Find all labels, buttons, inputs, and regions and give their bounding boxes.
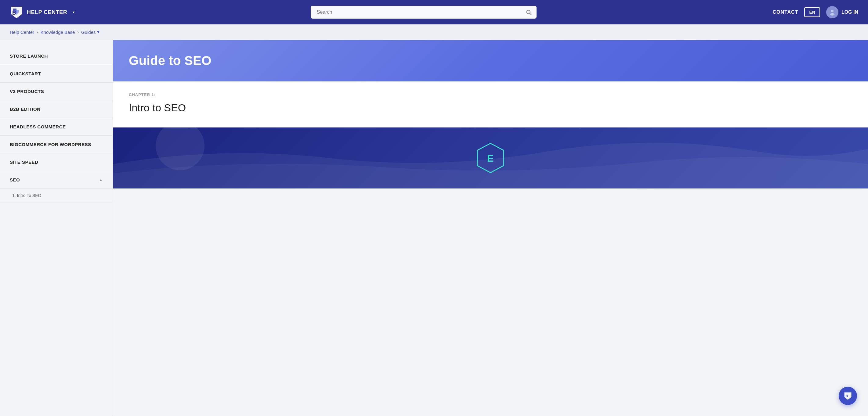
floating-action-button[interactable]: B	[839, 387, 857, 405]
breadcrumb-current[interactable]: Guides ▾	[81, 29, 99, 35]
guide-title: Guide to SEO	[129, 53, 852, 68]
sidebar-sub-item-intro-seo[interactable]: 1. Intro To SEO	[0, 189, 113, 202]
header-dropdown-arrow: ▾	[73, 10, 74, 14]
breadcrumb-section[interactable]: Knowledge Base	[40, 30, 75, 35]
contact-link[interactable]: CONTACT	[772, 9, 798, 15]
sidebar: STORE LAUNCH QUICKSTART V3 PRODUCTS B2B …	[0, 40, 113, 416]
floating-button-logo-icon: B	[844, 392, 852, 400]
search-icon	[526, 9, 532, 15]
chapter-title: Intro to SEO	[129, 102, 852, 114]
banner-hexagon-icon: E	[477, 143, 504, 173]
header-right: CONTACT EN LOG IN	[772, 6, 858, 18]
sidebar-item-b2b-edition[interactable]: B2B EDITION	[0, 100, 113, 118]
search-input[interactable]	[311, 6, 536, 19]
login-wrap[interactable]: LOG IN	[826, 6, 858, 18]
avatar	[826, 6, 838, 18]
breadcrumb: Help Center › Knowledge Base › Guides ▾	[0, 24, 868, 40]
svg-text:B: B	[845, 394, 848, 398]
chapter-card: CHAPTER 1: Intro to SEO	[113, 82, 868, 127]
breadcrumb-home[interactable]: Help Center	[10, 30, 34, 35]
language-button[interactable]: EN	[804, 7, 820, 17]
avatar-icon	[829, 8, 836, 16]
sidebar-item-store-launch[interactable]: STORE LAUNCH	[0, 47, 113, 65]
login-label: LOG IN	[841, 9, 858, 15]
logo-link[interactable]: B HELP CENTER ▾	[10, 5, 74, 19]
sidebar-item-quickstart[interactable]: QUICKSTART	[0, 65, 113, 83]
content-area: Guide to SEO CHAPTER 1: Intro to SEO E	[113, 40, 868, 416]
chapter-label: CHAPTER 1:	[129, 92, 852, 97]
header-title: HELP CENTER	[27, 9, 67, 15]
sidebar-item-bigcommerce-wordpress[interactable]: BIGCOMMERCE FOR WORDPRESS	[0, 136, 113, 153]
header: B HELP CENTER ▾ CONTACT EN LOG IN	[0, 0, 868, 24]
guide-header-banner: Guide to SEO	[113, 40, 868, 82]
svg-text:E: E	[487, 153, 494, 164]
svg-line-5	[530, 13, 531, 15]
svg-point-6	[831, 10, 834, 12]
sidebar-item-headless-commerce[interactable]: HEADLESS COMMERCE	[0, 118, 113, 136]
main-layout: STORE LAUNCH QUICKSTART V3 PRODUCTS B2B …	[0, 40, 868, 416]
logo-icon: B	[10, 5, 23, 19]
sidebar-item-v3-products[interactable]: V3 PRODUCTS	[0, 83, 113, 100]
image-banner: E	[113, 127, 868, 189]
sidebar-item-seo[interactable]: SEO ▲	[0, 171, 113, 189]
sidebar-item-site-speed[interactable]: SITE SPEED	[0, 153, 113, 171]
breadcrumb-sep-1: ›	[37, 30, 38, 34]
svg-text:B: B	[12, 10, 16, 16]
svg-point-7	[830, 13, 834, 15]
breadcrumb-sep-2: ›	[77, 30, 79, 34]
search-container	[311, 6, 536, 19]
sidebar-item-seo-arrow: ▲	[99, 178, 103, 182]
